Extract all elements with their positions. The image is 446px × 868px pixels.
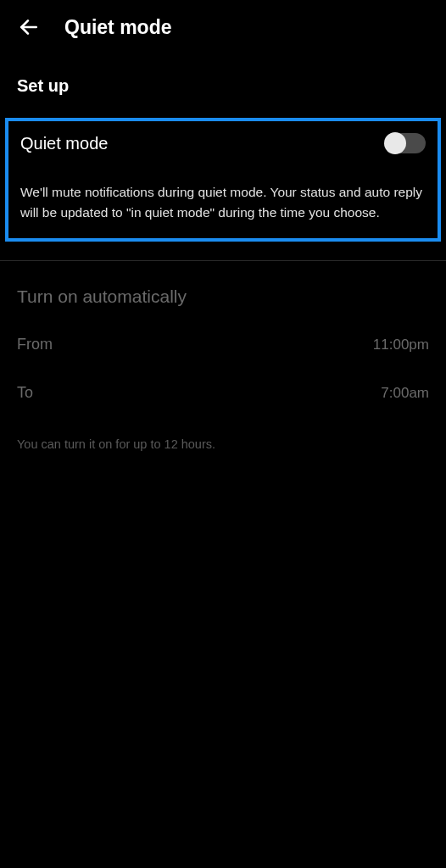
page-title: Quiet mode <box>64 16 172 39</box>
quiet-mode-toggle-row: Quiet mode <box>20 133 426 153</box>
to-value: 7:00am <box>381 385 429 402</box>
to-time-row[interactable]: To 7:00am <box>0 364 446 412</box>
from-value: 11:00pm <box>373 337 429 353</box>
back-button[interactable] <box>17 15 41 39</box>
to-label: To <box>17 384 33 402</box>
quiet-mode-description: We'll mute notifications during quiet mo… <box>20 182 426 223</box>
arrow-left-icon <box>18 16 40 38</box>
toggle-knob <box>384 132 406 154</box>
header: Quiet mode <box>0 0 446 47</box>
quiet-mode-card: Quiet mode We'll mute notifications duri… <box>5 118 441 242</box>
auto-section-title: Turn on automatically <box>0 261 446 315</box>
from-label: From <box>17 336 53 353</box>
setup-section-title: Set up <box>0 47 446 113</box>
from-time-row[interactable]: From 11:00pm <box>0 315 446 364</box>
duration-hint: You can turn it on for up to 12 hours. <box>0 412 446 451</box>
quiet-mode-toggle[interactable] <box>385 133 426 153</box>
quiet-mode-label: Quiet mode <box>20 134 108 153</box>
